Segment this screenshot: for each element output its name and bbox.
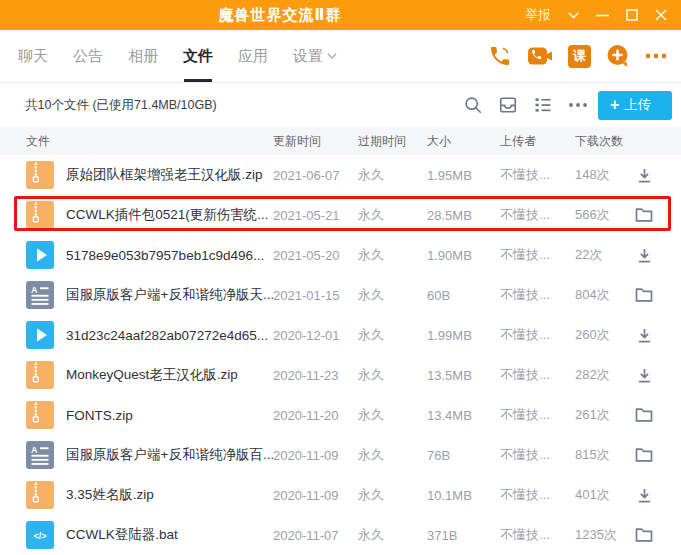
file-name[interactable]: 原始团队框架增强老王汉化版.zip: [66, 166, 273, 184]
table-row[interactable]: A </> 5178e9e053b7957beb1c9d496... 2021-…: [0, 235, 681, 275]
file-name[interactable]: 5178e9e053b7957beb1c9d496...: [66, 248, 273, 263]
file-download-count: 22次: [575, 246, 632, 264]
file-uploader: 不懂技...: [500, 366, 575, 384]
download-manager-icon[interactable]: [495, 92, 521, 118]
tab-bar: 聊天 公告 相册 文件 应用 设置 课: [0, 30, 681, 83]
folder-icon[interactable]: [635, 527, 653, 543]
folder-icon[interactable]: [635, 207, 653, 223]
plus-icon: +: [610, 97, 619, 113]
download-icon[interactable]: [636, 487, 653, 504]
column-header-expire: 过期时间: [358, 133, 427, 150]
tab-album[interactable]: 相册: [128, 30, 158, 82]
table-row[interactable]: A </> FONTS.zip 2020-11-20 永久 13.4MB 不懂技…: [0, 395, 681, 435]
chevron-down-icon: [327, 53, 337, 59]
file-updated-date: 2020-11-07: [273, 528, 358, 543]
video-file-icon: [26, 321, 54, 349]
list-view-icon[interactable]: [530, 92, 556, 118]
table-row[interactable]: A </> 3.35姓名版.zip 2020-11-09 永久 10.1MB 不…: [0, 475, 681, 515]
file-uploader: 不懂技...: [500, 166, 575, 184]
file-download-count: 401次: [575, 486, 632, 504]
file-name[interactable]: CCWLK登陆器.bat: [66, 526, 273, 544]
table-row[interactable]: A </> 国服原版客户端+反和谐纯净版百... 2020-11-09 永久 7…: [0, 435, 681, 475]
upload-button[interactable]: + 上传: [598, 91, 672, 120]
file-expire: 永久: [358, 166, 427, 184]
file-uploader: 不懂技...: [500, 326, 575, 344]
text-file-icon: A: [26, 441, 54, 469]
table-header: 文件 更新时间 过期时间 大小 上传者 下载次数: [0, 127, 681, 155]
file-name[interactable]: FONTS.zip: [66, 408, 273, 423]
window-title: 魔兽世界交流Ⅱ群: [0, 6, 560, 25]
file-name[interactable]: 国服原版客户端+反和谐纯净版天...: [66, 286, 273, 304]
file-expire: 永久: [358, 206, 427, 224]
svg-text:A: A: [31, 445, 38, 455]
file-updated-date: 2020-11-09: [273, 488, 358, 503]
file-size: 1.95MB: [427, 168, 500, 183]
file-name[interactable]: MonkeyQuest老王汉化版.zip: [66, 366, 273, 384]
file-download-count: 261次: [575, 406, 632, 424]
tab-settings[interactable]: 设置: [293, 30, 337, 82]
file-expire: 永久: [358, 406, 427, 424]
tab-apps[interactable]: 应用: [238, 30, 268, 82]
zip-file-icon: [26, 201, 54, 229]
column-header-size: 大小: [427, 133, 500, 150]
file-download-count: 1235次: [575, 526, 632, 544]
column-header-uploader: 上传者: [500, 133, 575, 150]
file-download-count: 815次: [575, 446, 632, 464]
table-row[interactable]: A </> 原始团队框架增强老王汉化版.zip 2021-06-07 永久 1.…: [0, 155, 681, 195]
file-download-count: 804次: [575, 286, 632, 304]
video-file-icon: [26, 241, 54, 269]
table-row[interactable]: A </> MonkeyQuest老王汉化版.zip 2020-11-23 永久…: [0, 355, 681, 395]
file-download-count: 282次: [575, 366, 632, 384]
file-size: 1.90MB: [427, 248, 500, 263]
table-row[interactable]: A </> CCWLK登陆器.bat 2020-11-07 永久 371B 不懂…: [0, 515, 681, 555]
file-size: 76B: [427, 448, 500, 463]
class-badge-button[interactable]: 课: [568, 45, 591, 68]
folder-icon[interactable]: [635, 447, 653, 463]
chevron-down-icon[interactable]: [568, 12, 579, 19]
file-name[interactable]: 3.35姓名版.zip: [66, 486, 273, 504]
file-updated-date: 2021-05-20: [273, 248, 358, 263]
download-icon[interactable]: [636, 327, 653, 344]
tab-announcement[interactable]: 公告: [73, 30, 103, 82]
download-icon[interactable]: [636, 367, 653, 384]
text-file-icon: A: [26, 281, 54, 309]
file-expire: 永久: [358, 526, 427, 544]
table-row[interactable]: A </> 国服原版客户端+反和谐纯净版天... 2021-01-15 永久 6…: [0, 275, 681, 315]
search-icon[interactable]: [460, 92, 486, 118]
file-download-count: 148次: [575, 166, 632, 184]
download-icon[interactable]: [636, 167, 653, 184]
file-name[interactable]: 国服原版客户端+反和谐纯净版百...: [66, 446, 273, 464]
folder-icon[interactable]: [635, 287, 653, 303]
video-call-icon[interactable]: [527, 45, 553, 67]
more-options-icon[interactable]: [565, 92, 591, 118]
voice-call-icon[interactable]: [488, 44, 512, 68]
file-updated-date: 2020-12-01: [273, 328, 358, 343]
tab-chat[interactable]: 聊天: [18, 30, 48, 82]
minimize-button[interactable]: [596, 14, 609, 17]
table-row[interactable]: A </> CCWLK插件包0521(更新伤害统... 2021-05-21 永…: [0, 195, 681, 235]
file-expire: 永久: [358, 366, 427, 384]
file-expire: 永久: [358, 246, 427, 264]
file-count-summary: 共10个文件 (已使用71.4MB/10GB): [25, 97, 217, 114]
table-row[interactable]: A </> 31d23c24aaf282ab07272e4d65... 2020…: [0, 315, 681, 355]
file-download-count: 260次: [575, 326, 632, 344]
maximize-button[interactable]: [626, 9, 638, 21]
script-file-icon: </>: [26, 521, 54, 549]
column-header-file: 文件: [26, 133, 273, 150]
file-updated-date: 2021-05-21: [273, 208, 358, 223]
files-toolbar: 共10个文件 (已使用71.4MB/10GB) + 上传: [0, 83, 681, 127]
file-updated-date: 2020-11-09: [273, 448, 358, 463]
file-uploader: 不懂技...: [500, 526, 575, 544]
more-icon[interactable]: [645, 53, 667, 59]
file-name[interactable]: 31d23c24aaf282ab07272e4d65...: [66, 328, 273, 343]
file-name[interactable]: CCWLK插件包0521(更新伤害统...: [66, 206, 273, 224]
tab-files[interactable]: 文件: [183, 30, 213, 82]
report-button[interactable]: 举报: [525, 6, 551, 24]
file-list: A </> 原始团队框架增强老王汉化版.zip 2021-06-07 永久 1.…: [0, 155, 681, 555]
close-button[interactable]: [655, 9, 667, 21]
file-size: 1.99MB: [427, 328, 500, 343]
folder-icon[interactable]: [635, 407, 653, 423]
invite-plus-icon[interactable]: [606, 44, 630, 68]
file-size: 371B: [427, 528, 500, 543]
download-icon[interactable]: [636, 247, 653, 264]
